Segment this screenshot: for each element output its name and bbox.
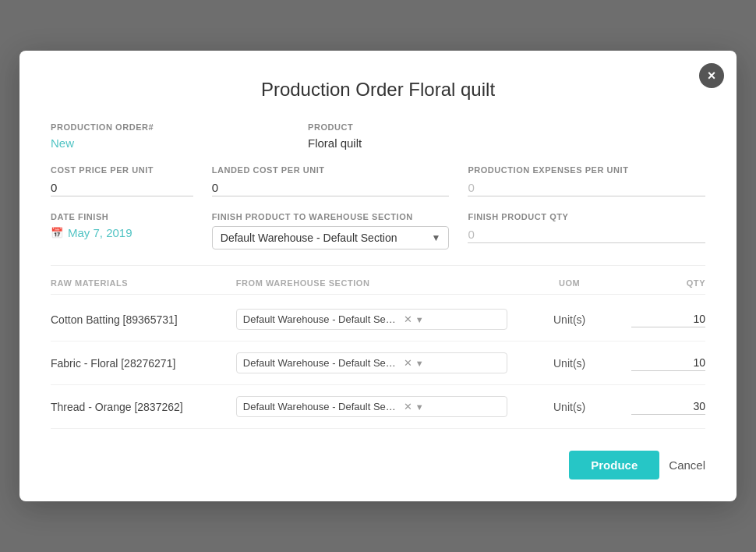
chevron-down-icon-0: ▼ bbox=[415, 315, 424, 324]
date-finish-label: DATE FINISH bbox=[51, 212, 193, 221]
finish-warehouse-select[interactable]: Default Warehouse - Default Section ▼ bbox=[212, 226, 450, 249]
date-finish-field: DATE FINISH 📅 May 7, 2019 bbox=[51, 212, 193, 239]
close-button[interactable]: × bbox=[699, 63, 724, 88]
col-material-header: RAW MATERIALS bbox=[51, 278, 224, 288]
qty-cell-2[interactable] bbox=[631, 398, 705, 415]
finish-warehouse-label: FINISH PRODUCT TO WAREHOUSE SECTION bbox=[212, 212, 450, 221]
date-finish-value[interactable]: 📅 May 7, 2019 bbox=[51, 226, 193, 239]
table-row: Fabric - Floral [28276271] Default Wareh… bbox=[51, 341, 705, 385]
clear-warehouse-icon-1[interactable]: ✕ bbox=[404, 357, 412, 369]
clear-warehouse-icon-0[interactable]: ✕ bbox=[404, 313, 412, 325]
uom-cell-0: Unit(s) bbox=[520, 313, 619, 326]
product-label: PRODUCT bbox=[308, 122, 705, 132]
table-row: Thread - Orange [2837262] Default Wareho… bbox=[51, 385, 705, 429]
modal-title: Production Order Floral quilt bbox=[51, 79, 705, 101]
chevron-down-icon-1: ▼ bbox=[415, 359, 424, 368]
landed-cost-field: LANDED COST PER UNIT bbox=[212, 165, 450, 196]
production-order-label: PRODUCTION ORDER# bbox=[51, 122, 289, 132]
warehouse-value-0: Default Warehouse - Default Sectio... bbox=[243, 313, 399, 325]
produce-button[interactable]: Produce bbox=[569, 451, 659, 479]
finish-warehouse-field: FINISH PRODUCT TO WAREHOUSE SECTION Defa… bbox=[212, 212, 450, 249]
cost-price-input[interactable] bbox=[51, 179, 193, 196]
table-header: RAW MATERIALS FROM WAREHOUSE SECTION UOM… bbox=[51, 278, 705, 295]
landed-cost-input[interactable] bbox=[212, 179, 450, 196]
chevron-down-icon-2: ▼ bbox=[415, 402, 424, 412]
footer-row: Produce Cancel bbox=[51, 451, 705, 479]
production-order-field: PRODUCTION ORDER# New bbox=[51, 122, 289, 150]
divider bbox=[51, 265, 705, 266]
warehouse-value-1: Default Warehouse - Default Sectio... bbox=[243, 357, 399, 369]
warehouse-cell-2[interactable]: Default Warehouse - Default Sectio... ✕ … bbox=[236, 396, 507, 417]
table-row: Cotton Batting [89365731] Default Wareho… bbox=[51, 298, 705, 341]
qty-cell-1[interactable] bbox=[631, 355, 705, 371]
col-qty-header: QTY bbox=[631, 278, 705, 288]
finish-qty-field: FINISH PRODUCT QTY bbox=[468, 212, 705, 243]
form-row-1: PRODUCTION ORDER# New PRODUCT Floral qui… bbox=[51, 122, 705, 150]
calendar-icon-inline: 📅 bbox=[51, 227, 63, 239]
qty-input-1[interactable] bbox=[631, 355, 705, 371]
production-expenses-input[interactable] bbox=[468, 179, 705, 196]
warehouse-cell-1[interactable]: Default Warehouse - Default Sectio... ✕ … bbox=[236, 352, 507, 373]
table-body: Cotton Batting [89365731] Default Wareho… bbox=[51, 298, 705, 429]
material-cell-2: Thread - Orange [2837262] bbox=[51, 401, 224, 413]
product-value: Floral quilt bbox=[308, 136, 705, 150]
modal-overlay: × Production Order Floral quilt PRODUCTI… bbox=[0, 0, 756, 552]
col-warehouse-header: FROM WAREHOUSE SECTION bbox=[236, 278, 507, 288]
form-row-3: DATE FINISH 📅 May 7, 2019 FINISH PRODUCT… bbox=[51, 212, 705, 249]
landed-cost-label: LANDED COST PER UNIT bbox=[212, 165, 450, 175]
uom-cell-1: Unit(s) bbox=[520, 357, 619, 370]
uom-cell-2: Unit(s) bbox=[520, 401, 619, 413]
qty-input-2[interactable] bbox=[631, 398, 705, 415]
finish-qty-input[interactable] bbox=[468, 226, 705, 243]
production-expenses-field: PRODUCTION EXPENSES PER UNIT bbox=[468, 165, 705, 196]
material-cell-0: Cotton Batting [89365731] bbox=[51, 313, 224, 326]
finish-qty-label: FINISH PRODUCT QTY bbox=[468, 212, 705, 221]
production-expenses-label: PRODUCTION EXPENSES PER UNIT bbox=[468, 165, 705, 175]
modal-dialog: × Production Order Floral quilt PRODUCTI… bbox=[19, 51, 737, 501]
qty-input-0[interactable] bbox=[631, 311, 705, 327]
qty-cell-0[interactable] bbox=[631, 311, 705, 327]
material-cell-1: Fabric - Floral [28276271] bbox=[51, 357, 224, 370]
cancel-button[interactable]: Cancel bbox=[669, 458, 705, 472]
form-row-2: COST PRICE PER UNIT LANDED COST PER UNIT… bbox=[51, 165, 705, 196]
clear-warehouse-icon-2[interactable]: ✕ bbox=[404, 401, 412, 412]
production-order-value: New bbox=[51, 136, 289, 150]
chevron-down-icon: ▼ bbox=[431, 232, 440, 243]
warehouse-cell-0[interactable]: Default Warehouse - Default Sectio... ✕ … bbox=[236, 309, 507, 330]
cost-price-field: COST PRICE PER UNIT bbox=[51, 165, 193, 196]
cost-price-label: COST PRICE PER UNIT bbox=[51, 165, 193, 175]
product-field: PRODUCT Floral quilt bbox=[308, 122, 705, 150]
warehouse-value-2: Default Warehouse - Default Sectio... bbox=[243, 401, 399, 412]
col-uom-header: UOM bbox=[520, 278, 619, 288]
